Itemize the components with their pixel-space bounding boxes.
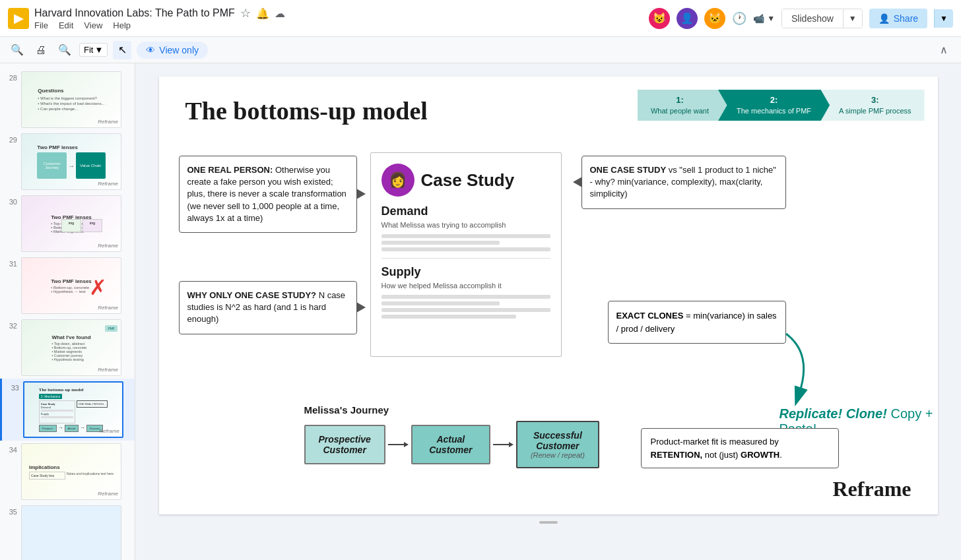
step-3-num: 3: [839,95,911,106]
journey-box-successful[interactable]: Successful Customer (Renew / repeat) [516,421,599,468]
actual-label-1: Actual [426,434,476,445]
replicate-word: Replicate! [779,406,843,421]
share-dropdown-arrow[interactable]: ▼ [934,9,953,28]
print-button[interactable]: 🖨 [32,41,50,59]
notifications-icon[interactable]: 🔔 [256,7,269,20]
prospective-label-2: Customer [319,445,371,455]
zoom-selector[interactable]: Fit ▼ [79,43,108,57]
slideshow-button[interactable]: Slideshow ▼ [781,9,863,28]
slide-preview-30: Two PMF lenses • Top-down, abstract • Bo… [21,195,121,252]
journey-flow: Prospective Customer Actual Customer [304,421,599,468]
zoom-level: Fit [84,45,93,55]
successful-sub: (Renew / repeat) [531,451,585,459]
step-nav-item-1[interactable]: 1: What people want [638,90,727,121]
collapse-toolbar-button[interactable]: ∧ [935,41,953,59]
demand-line-2 [381,241,500,245]
slide-title: The bottoms-up model [185,96,428,125]
menu-view[interactable]: View [84,20,102,30]
menu-file[interactable]: File [34,20,48,30]
callout-bold-2: WHY ONLY ONE CASE STUDY? [187,290,317,300]
supply-title: Supply [381,265,550,279]
growth-bold: GROWTH [741,450,779,460]
main-area: 28 Questions • What is the biggest compo… [0,63,961,560]
slide-number-29: 29 [5,136,17,144]
journey-arrow-line-2 [493,444,509,445]
slide-thumb-30[interactable]: 30 Two PMF lenses • Top-down, abstract •… [0,193,135,255]
slide-thumb-35[interactable]: 35 [0,503,135,560]
top-bar: ▶ Harvard Innovation Labs: The Path to P… [0,0,961,37]
reframe-text: Reframe [832,477,911,501]
slide-thumb-32[interactable]: 32 What I've found • Top-down, abstract … [0,317,135,379]
journey-box-prospective[interactable]: Prospective Customer [304,425,385,464]
step-2-num: 2: [737,95,811,106]
prospective-label-1: Prospective [319,434,371,445]
slide-33: 1: What people want 2: The mechanics of … [159,77,938,514]
slide-nav-indicator [539,521,558,524]
step-nav-item-3[interactable]: 3: A simple PMF process [820,90,924,121]
journey-section: Melissa's Journey Prospective Customer A… [304,404,599,468]
slide-thumb-33[interactable]: 33 The bottoms-up model 2: Mechanics Cas… [0,379,135,441]
menu-help[interactable]: Help [113,20,131,30]
callout-one-case-study: ONE CASE STUDY vs "sell 1 product to 1 n… [581,156,786,209]
case-study-box: 👩 Case Study Demand What Melissa was try… [370,152,562,357]
step-2-label: The mechanics of PMF [737,106,811,115]
step-nav-item-2[interactable]: 2: The mechanics of PMF [718,90,830,121]
slide-preview-35 [21,505,121,560]
slideshow-dropdown-arrow[interactable]: ▼ [844,10,862,27]
avatar-user3[interactable]: 🐱 [704,8,725,29]
app-icon[interactable]: ▶ [8,8,29,29]
view-only-button[interactable]: 👁 View only [137,42,208,59]
case-study-header: 👩 Case Study [381,164,550,197]
slide-panel: 28 Questions • What is the biggest compo… [0,63,135,560]
demand-line-3 [381,247,550,251]
step-1-label: What people want [651,106,709,115]
app-icon-symbol: ▶ [14,11,23,26]
slideshow-label[interactable]: Slideshow [782,9,844,28]
video-call-button[interactable]: 📹▼ [753,13,775,24]
canvas-area: 1: What people want 2: The mechanics of … [135,63,961,560]
share-icon: 👤 [878,13,890,24]
successful-label-2: Customer [531,441,585,451]
retention-period: . [779,450,782,460]
actual-label-2: Customer [426,445,476,455]
doc-menu: File Edit View Help [34,20,644,30]
zoom-dropdown-icon: ▼ [94,45,103,55]
slide-thumb-28[interactable]: 28 Questions • What is the biggest compo… [0,69,135,131]
zoom-out-button[interactable]: 🔍 [55,41,74,59]
slide-preview-33: The bottoms-up model 2: Mechanics Case S… [23,381,123,438]
slide-preview-29: Two PMF lenses Customer Journey → Value … [21,133,121,190]
journey-box-actual[interactable]: Actual Customer [411,425,490,464]
step-navigation: 1: What people want 2: The mechanics of … [638,90,925,121]
slide-thumb-29[interactable]: 29 Two PMF lenses Customer Journey → Val… [0,131,135,193]
search-button[interactable]: 🔍 [8,41,26,59]
cursor-icon: ↖ [118,44,127,56]
history-icon[interactable]: 🕐 [732,11,746,26]
slide-nav-dot [539,521,558,524]
journey-arrow-1 [388,442,409,447]
share-label: Share [894,13,918,24]
star-icon[interactable]: ☆ [240,6,251,20]
menu-edit[interactable]: Edit [59,20,73,30]
cursor-tool[interactable]: ↖ [113,41,131,59]
avatar-user1[interactable]: 😺 [649,8,670,29]
retention-box: Product-market fit is measured by RETENT… [641,428,839,468]
slide-thumb-31[interactable]: 31 Two PMF lenses • Bottom-up, concrete … [0,255,135,317]
callout-one-real-person: ONE REAL PERSON: Otherwise you create a … [179,156,357,233]
callout-why-one-case: WHY ONLY ONE CASE STUDY? N case studies … [179,281,357,334]
cloud-save-icon[interactable]: ☁ [275,7,285,20]
slide-thumb-34[interactable]: 34 Implications Case Study box Notes and… [0,441,135,503]
avatar-user2[interactable]: 👤 [677,8,698,29]
share-button[interactable]: 👤 Share [869,9,927,28]
demand-title: Demand [381,204,550,218]
callout-arrow-1 [356,189,366,199]
retention-text-2: not (just) [702,450,741,460]
supply-line-2 [381,301,500,305]
demand-section: Demand What Melissa was trying to accomp… [381,204,550,251]
retention-text-1: Product-market fit is measured by [651,437,779,447]
successful-label-1: Successful [531,430,585,441]
callout-arrow-3 [573,177,582,187]
view-only-label: View only [159,45,199,55]
journey-arrow-head-1 [404,442,409,447]
case-study-avatar: 👩 [381,164,414,197]
toolbar: 🔍 🖨 🔍 Fit ▼ ↖ 👁 View only ∧ [0,37,961,63]
